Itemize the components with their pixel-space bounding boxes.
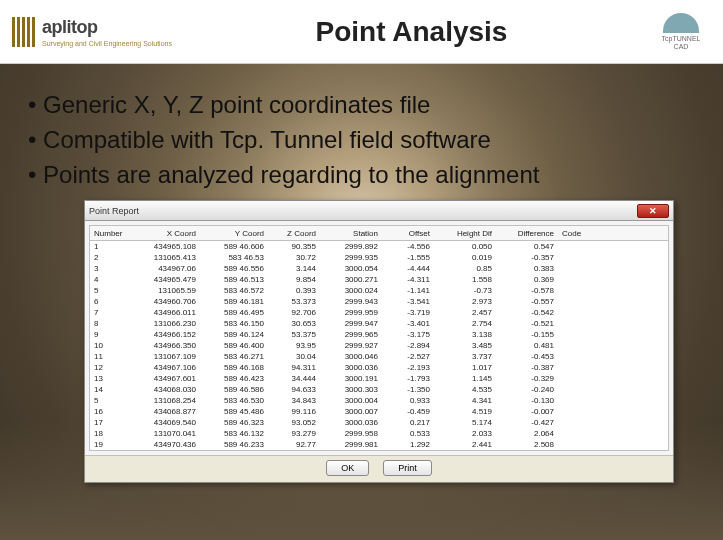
cell: 34.444 [268, 373, 320, 384]
cell: 2.064 [496, 428, 558, 439]
cell: 583 46.132 [200, 428, 268, 439]
print-button[interactable]: Print [383, 460, 432, 476]
cell: 3 [90, 263, 128, 274]
col-station[interactable]: Station [320, 226, 382, 240]
table-row[interactable]: 8131066.230583 46.15030.6532999.947-3.40… [90, 318, 668, 329]
cell: 53.373 [268, 296, 320, 307]
bullet-item: Points are analyzed regarding to the ali… [28, 158, 695, 193]
product-logo-line2: CAD [651, 43, 711, 51]
body-content: Generic X, Y, Z point coordinates file C… [0, 64, 723, 192]
cell: 93.279 [268, 428, 320, 439]
table-row[interactable]: 19434970.436589 46.23392.772999.9811.292… [90, 439, 668, 450]
cell: 1 [90, 240, 128, 252]
close-button[interactable]: ✕ [637, 204, 669, 218]
table-row[interactable]: 5131068.254583 46.53034.8433000.0040.933… [90, 395, 668, 406]
cell: 3000.271 [320, 274, 382, 285]
dialog-title: Point Report [89, 206, 139, 216]
cell [558, 384, 668, 395]
cell: -0.521 [496, 318, 558, 329]
cell: 434966.011 [128, 307, 200, 318]
brand-logo: aplitop Surveying and Civil Engineering … [12, 17, 172, 47]
table-row[interactable]: 2131065.413583 46.5330.722999.935-1.5550… [90, 252, 668, 263]
table-row[interactable]: 6434960.706589 46.18153.3732999.943-3.54… [90, 296, 668, 307]
table-header: Number X Coord Y Coord Z Coord Station O… [90, 226, 668, 240]
table-row[interactable]: 11131067.109583 46.27130.043000.046-2.52… [90, 351, 668, 362]
table-row[interactable]: 4434965.479589 46.5139.8543000.271-4.311… [90, 274, 668, 285]
cell: 11 [90, 351, 128, 362]
cell: -4.444 [382, 263, 434, 274]
table-row[interactable]: 18131070.041583 46.13293.2792999.9580.53… [90, 428, 668, 439]
cell: 0.369 [496, 274, 558, 285]
report-table: Number X Coord Y Coord Z Coord Station O… [89, 225, 669, 451]
cell: 3000.046 [320, 351, 382, 362]
table-row[interactable]: 13434967.601589 46.42334.4443000.191-1.7… [90, 373, 668, 384]
table-row[interactable]: 17434069.540589 46.32393.0523000.0360.21… [90, 417, 668, 428]
col-code[interactable]: Code [558, 226, 668, 240]
cell: 2.754 [434, 318, 496, 329]
cell: 93.052 [268, 417, 320, 428]
col-zcoord[interactable]: Z Coord [268, 226, 320, 240]
cell [558, 240, 668, 252]
cell: 589 46.423 [200, 373, 268, 384]
cell: 9 [90, 329, 128, 340]
bullet-item: Generic X, Y, Z point coordinates file [28, 88, 695, 123]
cell: 434966.152 [128, 329, 200, 340]
table-row[interactable]: 12434967.106589 46.16894.3113000.036-2.1… [90, 362, 668, 373]
cell: -1.141 [382, 285, 434, 296]
cell: 589 46.181 [200, 296, 268, 307]
col-ycoord[interactable]: Y Coord [200, 226, 268, 240]
cell: 3.138 [434, 329, 496, 340]
cell [558, 373, 668, 384]
cell: 92.706 [268, 307, 320, 318]
table-row[interactable]: 16434068.877589 45.48699.1163000.007-0.4… [90, 406, 668, 417]
table-row[interactable]: 7434966.011589 46.49592.7062999.959-3.71… [90, 307, 668, 318]
cell: 0.481 [496, 340, 558, 351]
col-difference[interactable]: Difference [496, 226, 558, 240]
cell: 131065.59 [128, 285, 200, 296]
cell: -0.329 [496, 373, 558, 384]
table-row[interactable]: 9434966.152589 46.12453.3752999.965-3.17… [90, 329, 668, 340]
cell: 99.116 [268, 406, 320, 417]
table-row[interactable]: 1434965.108589 46.60690.3552999.892-4.55… [90, 240, 668, 252]
cell [558, 296, 668, 307]
cell [558, 340, 668, 351]
col-offset[interactable]: Offset [382, 226, 434, 240]
table-row[interactable]: 3434967.06589 46.5563.1443000.054-4.4440… [90, 263, 668, 274]
cell: 2999.947 [320, 318, 382, 329]
cell: -0.542 [496, 307, 558, 318]
col-number[interactable]: Number [90, 226, 128, 240]
table-row[interactable]: 14434068.030589 46.58694.6333000.303-1.3… [90, 384, 668, 395]
col-xcoord[interactable]: X Coord [128, 226, 200, 240]
cell [558, 263, 668, 274]
bullet-list: Generic X, Y, Z point coordinates file C… [28, 88, 695, 192]
cell: 90.355 [268, 240, 320, 252]
cell: 4.519 [434, 406, 496, 417]
cell: 10 [90, 340, 128, 351]
cell: 2 [90, 252, 128, 263]
cell: 589 46.168 [200, 362, 268, 373]
cell: 9.854 [268, 274, 320, 285]
cell: 0.217 [382, 417, 434, 428]
cell: 34.843 [268, 395, 320, 406]
cell [558, 406, 668, 417]
cell [558, 428, 668, 439]
cell: 4.535 [434, 384, 496, 395]
table-row[interactable]: 10434966.350589 46.40093.952999.927-2.89… [90, 340, 668, 351]
cell: 92.77 [268, 439, 320, 450]
cell: 589 46.513 [200, 274, 268, 285]
col-heightdif[interactable]: Height Dif [434, 226, 496, 240]
cell: -2.527 [382, 351, 434, 362]
cell: 1.292 [382, 439, 434, 450]
cell: 3.737 [434, 351, 496, 362]
cell: 93.95 [268, 340, 320, 351]
page-title: Point Analysis [172, 16, 651, 48]
ok-button[interactable]: OK [326, 460, 369, 476]
cell: 434967.106 [128, 362, 200, 373]
table-row[interactable]: 5131065.59583 46.5720.3933000.024-1.141-… [90, 285, 668, 296]
cell: 1.145 [434, 373, 496, 384]
cell: 3000.303 [320, 384, 382, 395]
cell: 17 [90, 417, 128, 428]
bullet-item: Compatible with Tcp. Tunnel field softwa… [28, 123, 695, 158]
cell: 2.508 [496, 439, 558, 450]
cell: 4 [90, 274, 128, 285]
